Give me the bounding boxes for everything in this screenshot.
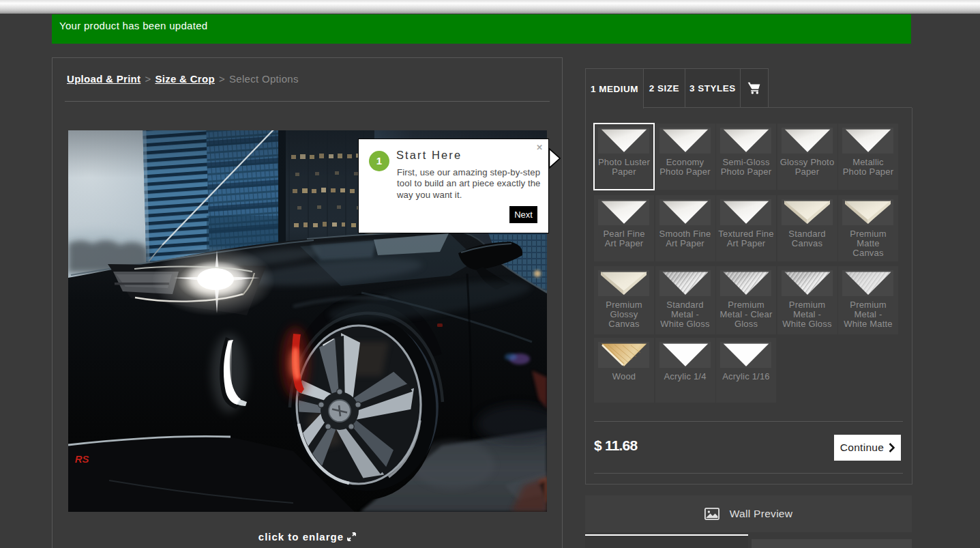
svg-text:RS: RS [75,453,89,465]
